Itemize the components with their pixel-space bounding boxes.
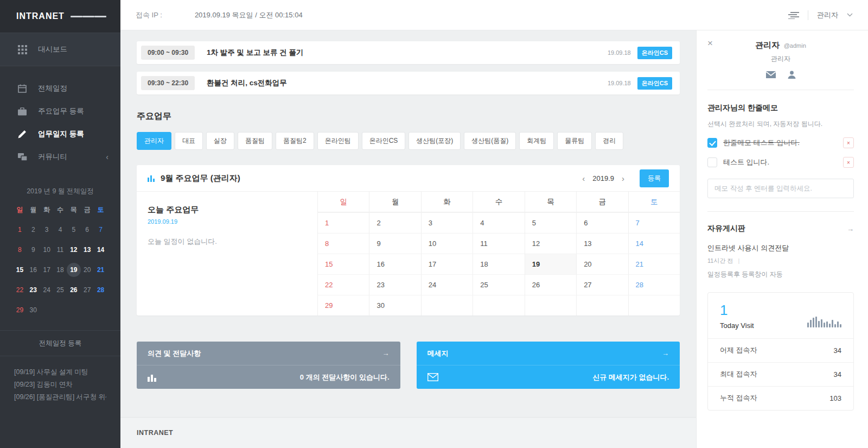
sidebar-item-0[interactable]: 대시보드 xyxy=(0,33,120,66)
feedback-card-link[interactable]: → xyxy=(382,349,390,357)
mini-cal-day[interactable]: 9 xyxy=(27,244,40,256)
tab-물류팀[interactable]: 물류팀 xyxy=(557,132,592,150)
month-cal-day[interactable]: 6 xyxy=(576,212,628,233)
month-cal-day[interactable]: 29 xyxy=(317,295,369,316)
mini-cal-day[interactable]: 12 xyxy=(67,244,80,256)
mini-cal-day[interactable]: 18 xyxy=(54,264,67,276)
event-row[interactable]: 09:00 ~ 09:301차 발주 및 보고 보류 건 풀기19.09.18온… xyxy=(137,41,680,64)
sidebar-item-4[interactable]: 커뮤니티‹ xyxy=(0,146,120,168)
month-cal-day[interactable]: 5 xyxy=(525,212,576,233)
month-cal-day[interactable]: 16 xyxy=(369,254,420,274)
mini-cal-day[interactable]: 23 xyxy=(27,284,40,296)
tab-생산팀(포장)[interactable]: 생산팀(포장) xyxy=(409,132,461,150)
mini-cal-day[interactable]: 13 xyxy=(80,244,94,256)
hamburger-menu-icon[interactable] xyxy=(71,14,106,19)
board-more-link[interactable]: → xyxy=(847,225,854,233)
sidebar-item-1[interactable]: 전체일정 xyxy=(0,77,120,100)
month-cal-day[interactable]: 11 xyxy=(473,233,524,254)
sidebar-item-2[interactable]: 주요업무 등록 xyxy=(0,100,120,123)
board-post-title[interactable]: 인트라넷 사용시 의견전달 xyxy=(707,243,854,253)
tab-온라인CS[interactable]: 온라인CS xyxy=(362,132,406,150)
memo-delete-button[interactable]: × xyxy=(843,137,854,148)
month-cal-day[interactable]: 2 xyxy=(369,212,420,233)
mini-cal-day[interactable]: 10 xyxy=(40,244,54,256)
event-row[interactable]: 09:30 ~ 22:30환불건 처리, cs전화업무19.09.18온라인CS xyxy=(137,72,680,94)
mini-cal-day[interactable]: 17 xyxy=(40,264,54,276)
schedule-register-link[interactable]: 전체일정 등록 xyxy=(0,330,120,356)
tab-회계팀[interactable]: 회계팀 xyxy=(519,132,554,150)
chevron-down-icon[interactable] xyxy=(847,13,853,17)
schedule-item[interactable]: [09/19] 사무실 설계 미팅 xyxy=(14,366,106,378)
mini-cal-day[interactable]: 15 xyxy=(13,264,27,276)
month-cal-day[interactable]: 12 xyxy=(525,233,576,254)
envelope-icon[interactable] xyxy=(766,71,776,79)
mini-cal-day[interactable]: 26 xyxy=(67,284,80,296)
month-cal-day[interactable]: 24 xyxy=(421,274,473,295)
mini-cal-day[interactable]: 30 xyxy=(27,304,40,316)
month-cal-day[interactable]: 9 xyxy=(369,233,420,254)
month-cal-day[interactable]: 20 xyxy=(576,254,628,274)
mini-cal-day[interactable]: 28 xyxy=(94,284,107,296)
message-card-link[interactable]: → xyxy=(662,349,669,357)
mini-cal-day[interactable]: 20 xyxy=(80,264,94,276)
mini-cal-day[interactable]: 14 xyxy=(94,244,107,256)
mini-cal-day[interactable]: 22 xyxy=(13,284,27,296)
month-cal-day[interactable]: 18 xyxy=(473,254,524,274)
month-cal-day[interactable]: 17 xyxy=(421,254,473,274)
mini-cal-day[interactable]: 7 xyxy=(94,224,107,236)
month-cal-day[interactable]: 15 xyxy=(317,254,369,274)
mini-cal-day[interactable]: 21 xyxy=(94,264,107,276)
schedule-item[interactable]: [09/26] [품질관리팀] 서구청 위생... xyxy=(14,391,106,403)
mini-cal-day[interactable]: 4 xyxy=(54,224,67,236)
month-cal-day[interactable]: 30 xyxy=(369,295,420,316)
mini-cal-day[interactable]: 5 xyxy=(67,224,80,236)
mini-cal-day[interactable]: 6 xyxy=(80,224,94,236)
month-cal-day[interactable]: 3 xyxy=(421,212,473,233)
month-cal-day[interactable]: 4 xyxy=(473,212,524,233)
month-cal-day[interactable]: 22 xyxy=(317,274,369,295)
register-button[interactable]: 등록 xyxy=(640,169,669,187)
topbar-user-name[interactable]: 관리자 xyxy=(817,10,838,20)
close-icon[interactable]: × xyxy=(707,38,713,49)
memo-delete-button[interactable]: × xyxy=(843,157,854,168)
month-cal-day[interactable]: 7 xyxy=(628,212,680,233)
memo-checkbox[interactable] xyxy=(707,138,717,148)
tab-생산팀(품질)[interactable]: 생산팀(품질) xyxy=(464,132,516,150)
mini-cal-day[interactable]: 2 xyxy=(27,224,40,236)
sidebar-item-3[interactable]: 업무일지 등록 xyxy=(0,123,120,146)
schedule-item[interactable]: [09/23] 김동미 연차 xyxy=(14,378,106,391)
person-icon[interactable] xyxy=(788,71,796,79)
month-cal-day[interactable]: 28 xyxy=(628,274,680,295)
month-cal-day[interactable]: 10 xyxy=(421,233,473,254)
month-cal-day[interactable]: 8 xyxy=(317,233,369,254)
mini-cal-day[interactable]: 1 xyxy=(13,224,27,236)
prev-month-button[interactable]: ‹ xyxy=(582,174,585,182)
mini-cal-day[interactable]: 29 xyxy=(13,304,27,316)
tab-대표[interactable]: 대표 xyxy=(175,132,203,150)
tab-온라인팀[interactable]: 온라인팀 xyxy=(317,132,359,150)
month-cal-day[interactable]: 1 xyxy=(317,212,369,233)
list-menu-icon[interactable] xyxy=(788,11,799,19)
mini-cal-day[interactable]: 3 xyxy=(40,224,54,236)
mini-cal-day[interactable]: 19 xyxy=(67,264,80,276)
mini-cal-day[interactable]: 11 xyxy=(54,244,67,256)
mini-cal-day[interactable]: 8 xyxy=(13,244,27,256)
tab-경리[interactable]: 경리 xyxy=(595,132,623,150)
month-cal-day[interactable]: 14 xyxy=(628,233,680,254)
next-month-button[interactable]: › xyxy=(622,174,624,182)
tab-품질팀[interactable]: 품질팀 xyxy=(238,132,272,150)
month-cal-day[interactable]: 27 xyxy=(576,274,628,295)
tab-품질팀2[interactable]: 품질팀2 xyxy=(276,132,314,150)
month-cal-day[interactable]: 21 xyxy=(628,254,680,274)
tab-관리자[interactable]: 관리자 xyxy=(137,132,171,150)
tab-실장[interactable]: 실장 xyxy=(206,132,234,150)
mini-cal-day[interactable]: 16 xyxy=(27,264,40,276)
mini-cal-day[interactable]: 24 xyxy=(40,284,54,296)
month-cal-day[interactable]: 19 xyxy=(525,254,576,274)
memo-checkbox[interactable] xyxy=(707,157,717,167)
month-cal-day[interactable]: 25 xyxy=(473,274,524,295)
mini-cal-day[interactable]: 27 xyxy=(80,284,94,296)
month-cal-day[interactable]: 13 xyxy=(576,233,628,254)
memo-input[interactable] xyxy=(707,179,854,198)
mini-cal-day[interactable]: 25 xyxy=(54,284,67,296)
